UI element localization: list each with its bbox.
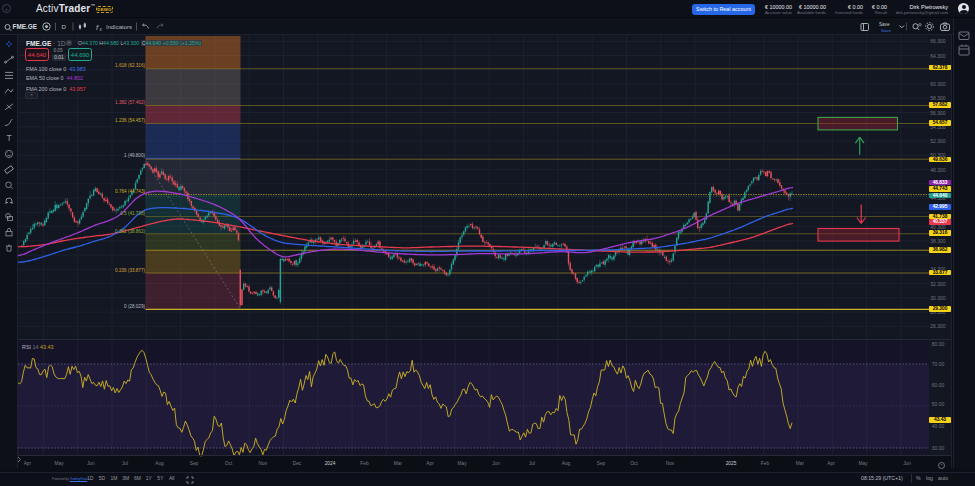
svg-text:T: T xyxy=(6,133,11,143)
svg-text:Save: Save xyxy=(879,22,890,27)
svg-text:D: D xyxy=(62,23,67,30)
svg-text:x: x xyxy=(99,27,103,32)
svg-text:Indicators: Indicators xyxy=(106,24,132,30)
svg-text:Save: Save xyxy=(881,28,892,33)
svg-text:FME.GE: FME.GE xyxy=(13,23,38,30)
